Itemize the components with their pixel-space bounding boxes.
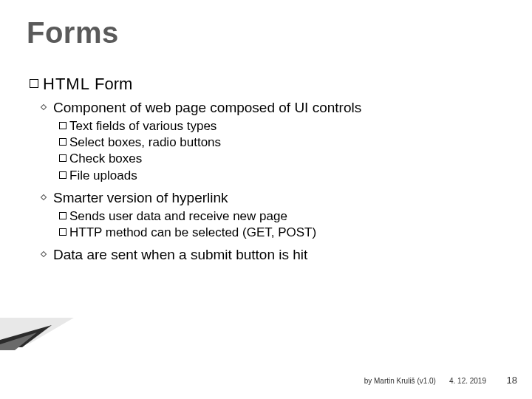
list-item-text: Smarter version of hyperlink	[53, 188, 228, 208]
square-bullet-icon	[59, 171, 66, 179]
page-number: 18	[499, 375, 517, 386]
sub-list-item: Check boxes	[59, 151, 502, 167]
sub-list-item-text: Sends user data and receive new page	[69, 208, 287, 225]
slide-body: HTML Form Component of web page composed…	[30, 74, 502, 266]
list-item-text: Component of web page composed of UI con…	[53, 98, 361, 117]
corner-decoration	[0, 318, 81, 351]
sub-list-item: Text fields of various types	[59, 118, 502, 134]
sub-list-item: Sends user data and receive new page	[59, 208, 502, 225]
square-bullet-icon	[59, 154, 66, 162]
sub-list-item-text: File uploads	[69, 168, 137, 184]
heading-first-word: HTML	[43, 75, 90, 93]
square-bullet-icon	[59, 212, 66, 219]
sub-list-item-text: HTTP method can be selected (GET, POST)	[69, 225, 316, 241]
square-bullet-icon	[59, 228, 66, 236]
diamond-bullet-icon	[41, 251, 47, 257]
square-bullet-icon	[59, 122, 66, 129]
sub-list-item-text: Text fields of various types	[69, 118, 216, 134]
list-item: Component of web page composed of UI con…	[41, 98, 502, 117]
sub-list-item: HTTP method can be selected (GET, POST)	[59, 225, 502, 241]
heading-level1: HTML Form	[30, 74, 502, 95]
footer-author: by Martin Kruliš (v1.0)	[364, 377, 436, 385]
square-bullet-icon	[59, 138, 66, 146]
square-bullet-icon	[30, 79, 38, 88]
list-item: Data are sent when a submit button is hi…	[41, 245, 502, 265]
list-item-text: Data are sent when a submit button is hi…	[53, 245, 307, 265]
sub-list-item: Select boxes, radio buttons	[59, 134, 502, 151]
list-item: Smarter version of hyperlink	[41, 188, 502, 208]
sub-list-item-text: Select boxes, radio buttons	[69, 134, 221, 151]
sub-list-item-text: Check boxes	[69, 151, 142, 167]
slide-title: Forms	[27, 16, 119, 50]
sub-list-item: File uploads	[59, 168, 502, 184]
slide-footer: by Martin Kruliš (v1.0) 4. 12. 2019 18	[0, 375, 532, 386]
heading-rest: Form	[95, 75, 132, 93]
diamond-bullet-icon	[41, 194, 47, 200]
diamond-bullet-icon	[41, 103, 47, 109]
footer-date: 4. 12. 2019	[449, 377, 486, 385]
